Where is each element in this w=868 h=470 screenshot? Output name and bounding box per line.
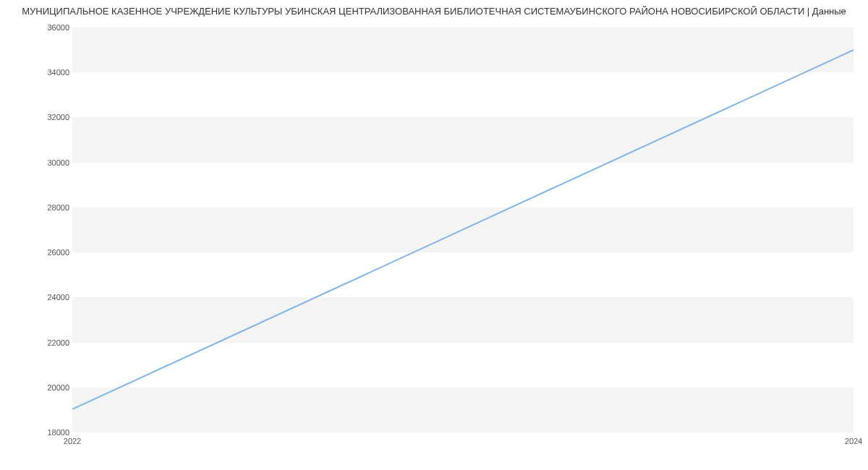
y-tick-label: 28000 <box>26 203 69 212</box>
y-tick-label: 34000 <box>26 68 69 77</box>
line-series <box>72 50 854 409</box>
y-tick-label: 32000 <box>26 113 69 121</box>
chart-title: МУНИЦИПАЛЬНОЕ КАЗЕННОЕ УЧРЕЖДЕНИЕ КУЛЬТУ… <box>0 0 868 20</box>
chart-line-svg <box>72 27 854 432</box>
y-tick-label: 18000 <box>26 428 69 437</box>
chart-container: МУНИЦИПАЛЬНОЕ КАЗЕННОЕ УЧРЕЖДЕНИЕ КУЛЬТУ… <box>0 0 868 470</box>
x-tick-label: 2024 <box>845 437 862 445</box>
y-tick-label: 20000 <box>26 383 69 392</box>
plot-area <box>72 27 854 432</box>
y-tick-label: 30000 <box>26 158 69 167</box>
y-tick-label: 22000 <box>26 338 69 347</box>
y-tick-label: 26000 <box>26 248 69 257</box>
y-tick-label: 36000 <box>26 23 69 32</box>
x-tick-label: 2022 <box>64 437 81 445</box>
y-tick-label: 24000 <box>26 293 69 302</box>
